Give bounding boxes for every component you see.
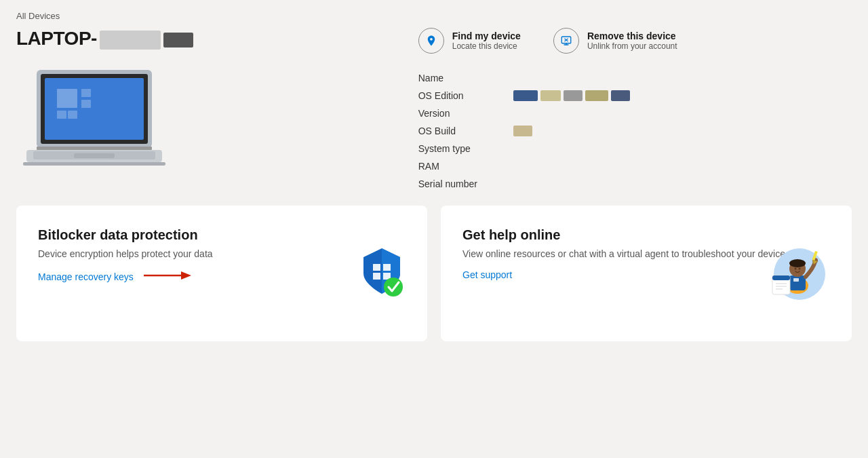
serial-number-value	[513, 178, 852, 189]
manage-recovery-keys-link[interactable]: Manage recovery keys	[38, 271, 134, 282]
svg-point-30	[789, 259, 806, 267]
action-buttons: Find my device Locate this device	[418, 28, 852, 54]
svg-rect-12	[23, 162, 165, 166]
device-info-left: LAPTOP-	[16, 28, 378, 188]
name-label: Name	[418, 73, 513, 83]
cards-section: Bitlocker data protection Device encrypt…	[16, 206, 852, 341]
get-support-link[interactable]: Get support	[462, 269, 512, 280]
remove-device-icon	[553, 28, 579, 54]
device-details-right: Find my device Locate this device	[378, 28, 852, 189]
page-container: All Devices LAPTOP-	[0, 0, 868, 352]
svg-rect-21	[383, 264, 391, 271]
svg-rect-3	[57, 89, 77, 108]
svg-rect-5	[81, 100, 91, 108]
breadcrumb[interactable]: All Devices	[16, 11, 852, 21]
svg-rect-20	[373, 264, 380, 271]
helper-person-icon	[762, 242, 830, 303]
bitlocker-link-row: Manage recovery keys	[38, 269, 406, 285]
system-type-value	[513, 143, 852, 154]
os-edition-blur-3	[564, 90, 583, 101]
svg-rect-2	[45, 78, 144, 140]
help-card: Get help online View online resources or…	[441, 206, 852, 341]
system-type-label: System type	[418, 143, 513, 154]
version-label: Version	[418, 108, 513, 119]
help-title: Get help online	[462, 227, 830, 243]
version-value	[513, 108, 852, 119]
remove-device-title: Remove this device	[587, 31, 677, 41]
device-name-blurred	[100, 31, 161, 50]
os-build-blur	[513, 126, 532, 136]
laptop-svg	[16, 63, 172, 185]
remove-device-button[interactable]: Remove this device Unlink from your acco…	[553, 28, 677, 54]
os-build-value	[513, 126, 852, 136]
serial-number-label: Serial number	[418, 178, 513, 189]
name-value	[513, 73, 852, 83]
remove-device-labels: Remove this device Unlink from your acco…	[587, 31, 677, 51]
bitlocker-card: Bitlocker data protection Device encrypt…	[16, 206, 427, 341]
svg-rect-37	[772, 275, 790, 280]
svg-point-32	[799, 268, 801, 270]
svg-rect-4	[81, 89, 91, 97]
os-edition-blur-5	[611, 90, 630, 101]
svg-point-24	[384, 278, 403, 297]
device-name-text: LAPTOP-	[16, 28, 193, 50]
svg-marker-19	[181, 271, 191, 280]
os-edition-blur-4	[585, 90, 608, 101]
top-section: LAPTOP-	[16, 28, 852, 189]
find-device-subtitle: Locate this device	[452, 41, 521, 51]
svg-rect-28	[793, 278, 799, 282]
remove-device-subtitle: Unlink from your account	[587, 41, 677, 51]
specs-table: Name OS Edition Version OS Build	[418, 73, 852, 189]
device-title: LAPTOP-	[16, 28, 193, 50]
svg-rect-11	[74, 153, 115, 158]
find-device-button[interactable]: Find my device Locate this device	[418, 28, 521, 54]
bitlocker-card-content: Bitlocker data protection Device encrypt…	[38, 227, 406, 285]
bitlocker-icon-area	[358, 245, 406, 302]
ram-value	[513, 161, 852, 172]
svg-rect-8	[37, 147, 152, 150]
svg-point-31	[795, 268, 797, 270]
bitlocker-shield-icon	[358, 245, 406, 299]
bitlocker-desc: Device encryption helps protect your dat…	[38, 248, 406, 259]
os-edition-blur-2	[540, 90, 561, 101]
bitlocker-title: Bitlocker data protection	[38, 227, 406, 243]
help-icon-area	[762, 242, 830, 305]
os-edition-blur-1	[513, 90, 538, 101]
ram-label: RAM	[418, 161, 513, 172]
find-device-labels: Find my device Locate this device	[452, 31, 521, 51]
find-device-icon	[418, 28, 444, 54]
svg-rect-6	[57, 111, 66, 119]
os-build-label: OS Build	[418, 126, 513, 136]
os-edition-value	[513, 90, 852, 101]
svg-rect-27	[789, 275, 806, 290]
svg-rect-7	[68, 111, 77, 119]
os-edition-label: OS Edition	[418, 90, 513, 101]
laptop-illustration	[16, 63, 172, 188]
svg-rect-22	[373, 273, 380, 280]
arrow-indicator	[140, 269, 195, 285]
find-device-title: Find my device	[452, 31, 521, 41]
device-name-blurred-small	[163, 33, 193, 47]
